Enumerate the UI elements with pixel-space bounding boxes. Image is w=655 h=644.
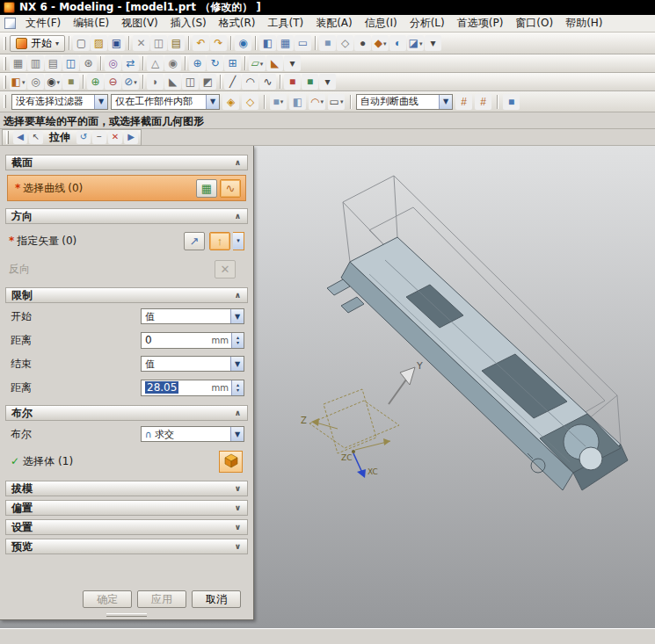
menu-item[interactable]: 工具(T): [261, 14, 309, 33]
dialog-reset-icon[interactable]: ↺: [76, 131, 91, 144]
menu-item[interactable]: 信息(I): [359, 14, 404, 33]
select-face-icon[interactable]: ◧: [289, 94, 306, 110]
menu-item[interactable]: 文件(F): [19, 14, 67, 33]
render-style-icon[interactable]: ◪: [407, 35, 424, 51]
spline-icon[interactable]: ∿: [259, 74, 276, 90]
snap-fence-icon[interactable]: #: [475, 94, 491, 110]
start-distance-field[interactable]: 0 mm ▴ ▾: [141, 332, 244, 349]
edge-blend-icon[interactable]: ◗: [147, 74, 164, 90]
rotate-view-icon[interactable]: ↻: [207, 55, 223, 71]
new-icon[interactable]: ▢: [73, 35, 90, 51]
inferred-vector-button[interactable]: ↑: [209, 232, 230, 250]
distance-options-dropdown[interactable]: ▴ ▾: [231, 333, 244, 348]
orient-view-icon[interactable]: ◆: [372, 35, 389, 51]
chevron-up-icon[interactable]: ∧: [231, 158, 244, 167]
vector-dialog-button[interactable]: ↗: [184, 232, 205, 250]
cancel-button[interactable]: 取消: [192, 590, 241, 608]
view-layout-icon[interactable]: ▦: [10, 55, 26, 71]
open-icon[interactable]: ▨: [91, 35, 107, 51]
curve-select-button[interactable]: ∿: [220, 179, 241, 198]
unite-icon[interactable]: ⊕: [87, 74, 104, 90]
boolean-combo[interactable]: ∩ 求交 ▼: [141, 426, 244, 442]
chevron-down-icon[interactable]: ∨: [231, 523, 244, 532]
arc-icon[interactable]: ◠: [242, 74, 258, 90]
subtract-icon[interactable]: ⊖: [105, 74, 121, 90]
window-tile-icon[interactable]: ▦: [277, 35, 294, 51]
collapsed-section-header[interactable]: 偏置 ∨: [5, 500, 248, 516]
menu-item[interactable]: 格式(R): [213, 14, 262, 33]
gear-icon[interactable]: ⊛: [80, 55, 97, 71]
chevron-down-icon[interactable]: ▼: [230, 309, 244, 323]
zoom-in-icon[interactable]: ⊕: [189, 55, 206, 71]
fit-view-icon[interactable]: ⊞: [224, 55, 241, 71]
end-distance-value-wrap[interactable]: 28.05: [142, 381, 212, 394]
shaded-view-icon[interactable]: ■: [319, 35, 336, 51]
sketch-icon[interactable]: ◣: [266, 55, 283, 71]
sketch-section-button[interactable]: ▦: [196, 179, 217, 198]
selection-filter-combo[interactable]: 没有选择过滤器 ▼: [11, 94, 108, 110]
rectangle-select-icon[interactable]: ▭: [328, 94, 345, 110]
toolbar-grip[interactable]: [4, 76, 6, 89]
new-window-icon[interactable]: ▭: [295, 35, 311, 51]
collapsed-section-header[interactable]: 预览 ∨: [5, 539, 248, 554]
show-hide-icon[interactable]: ◎: [105, 55, 121, 71]
curve-rule-combo[interactable]: 自动判断曲线 ▼: [356, 94, 453, 110]
menu-item[interactable]: 帮助(H): [559, 14, 608, 33]
specify-vector-row[interactable]: * 指定矢量 (0) ↗ ↑ ▾: [9, 228, 244, 254]
menu-item[interactable]: 窗口(O): [509, 14, 559, 33]
move-object-icon[interactable]: ⇄: [122, 55, 139, 71]
chevron-up-icon[interactable]: ∧: [231, 409, 244, 417]
dialog-resize-grip[interactable]: [0, 610, 253, 619]
menu-item[interactable]: 装配(A): [309, 14, 359, 33]
toolbar-options-icon[interactable]: ▾: [425, 35, 441, 51]
toolbar-options-icon[interactable]: ▾: [319, 74, 336, 90]
chevron-down-icon[interactable]: ▼: [230, 357, 244, 371]
section-header-section[interactable]: 截面 ∧: [5, 155, 248, 170]
window-cascade-icon[interactable]: ◧: [259, 35, 276, 51]
toolbar-options-icon[interactable]: ▾: [284, 55, 301, 71]
apply-button[interactable]: 应用: [137, 590, 186, 608]
hole-icon[interactable]: ◉: [45, 74, 62, 90]
menu-item[interactable]: 分析(L): [404, 14, 451, 33]
undo-icon[interactable]: ↶: [193, 35, 209, 51]
cut-icon[interactable]: ✕: [133, 35, 149, 51]
chevron-down-icon[interactable]: ▼: [230, 427, 244, 441]
menu-item[interactable]: 视图(V): [115, 14, 164, 33]
toolbar-grip[interactable]: [6, 131, 9, 144]
datum-plane-icon[interactable]: ▱: [249, 55, 266, 71]
snap-view-icon[interactable]: ◐: [389, 35, 406, 51]
menu-item[interactable]: 首选项(P): [451, 14, 510, 33]
reverse-direction-button[interactable]: ✕: [215, 260, 236, 279]
section-header-direction[interactable]: 方向 ∧: [5, 208, 248, 224]
snap-point-icon[interactable]: ◈: [222, 94, 239, 110]
color-green-chip-icon[interactable]: ■: [302, 74, 318, 90]
chevron-down-icon[interactable]: ▼: [94, 95, 107, 109]
chevron-up-icon[interactable]: ∧: [231, 291, 244, 300]
save-icon[interactable]: ▣: [108, 35, 125, 51]
chamfer-icon[interactable]: ◣: [164, 74, 181, 90]
snapshot-icon[interactable]: ◉: [164, 55, 181, 71]
start-menu-button[interactable]: 开始 ▾: [10, 35, 65, 52]
section-header-limits[interactable]: 限制 ∧: [5, 287, 248, 303]
select-solid-icon[interactable]: ■: [270, 94, 287, 110]
toolbar-grip[interactable]: [4, 57, 6, 70]
dialog-back-icon[interactable]: ◀: [13, 131, 27, 144]
section-header-boolean[interactable]: 布尔 ∧: [5, 405, 248, 421]
revolve-icon[interactable]: ◎: [27, 74, 44, 90]
toolbar-grip[interactable]: [4, 37, 6, 50]
shell-icon[interactable]: ◫: [182, 74, 199, 90]
selection-scope-combo[interactable]: 仅在工作部件内部 ▼: [111, 94, 220, 110]
select-body-button[interactable]: [219, 451, 243, 473]
trim-body-icon[interactable]: ◩: [200, 74, 216, 90]
sphere-icon[interactable]: ●: [354, 35, 371, 51]
start-limit-combo[interactable]: 值 ▼: [141, 308, 244, 324]
line-icon[interactable]: ╱: [224, 74, 241, 90]
stop-at-intersection-icon[interactable]: #: [455, 94, 472, 110]
end-distance-field[interactable]: 28.05 mm ▴ ▾: [141, 380, 244, 396]
assembly-navigator-icon[interactable]: ▤: [45, 55, 62, 71]
collapsed-section-header[interactable]: 拔模 ∨: [5, 481, 248, 496]
chevron-down-icon[interactable]: ∨: [231, 542, 244, 551]
wireframe-view-icon[interactable]: ◇: [337, 35, 353, 51]
menu-item[interactable]: 插入(S): [164, 14, 213, 33]
collapsed-section-header[interactable]: 设置 ∨: [5, 519, 248, 535]
